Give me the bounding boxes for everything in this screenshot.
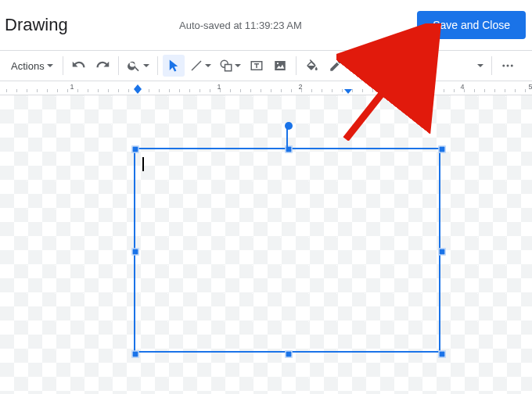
chevron-down-icon [235,64,241,67]
handle-sw[interactable] [132,351,139,358]
ruler-tick [67,89,68,92]
text-cursor [142,157,144,171]
page-title: Drawing [5,15,68,35]
textbox-icon [250,59,264,73]
line-icon [189,59,203,73]
ruler-tick [291,89,292,92]
ruler-tick [403,89,404,92]
paint-bucket-icon [305,59,319,73]
pencil-icon [329,59,343,73]
ruler-tick [281,89,282,92]
actions-label: Actions [11,60,45,72]
shape-tool[interactable] [216,55,244,77]
handle-s[interactable] [286,351,293,358]
border-weight-button[interactable] [348,55,370,77]
ruler-tick [362,89,363,92]
handle-se[interactable] [439,351,446,358]
ruler-tick [169,89,170,92]
zoom-menu[interactable] [124,55,153,77]
handle-e[interactable] [439,249,446,256]
ruler-tick [413,89,414,92]
selected-textbox[interactable] [134,148,440,353]
ruler-tick [27,89,27,92]
ruler-tick [240,89,241,92]
ruler-number: 3 [379,83,383,91]
ruler-tick [250,89,251,92]
separator [398,56,399,75]
drawing-canvas[interactable] [0,95,532,394]
ruler-tick [352,89,353,92]
handle-w[interactable] [132,249,139,256]
indent-marker-left[interactable] [134,89,142,94]
rotate-handle[interactable] [285,122,293,130]
ruler-tick [16,89,17,92]
fill-color-button[interactable] [301,55,323,77]
toolbar: Actions Arial [0,50,532,81]
ruler-tick [444,89,444,92]
line-dash-icon [376,59,390,73]
ruler-tick [271,89,271,92]
autosave-status: Auto-saved at 11:39:23 AM [64,20,417,31]
line-tool[interactable] [186,55,214,77]
ruler-tick [98,89,99,92]
line-weight-icon [352,59,366,73]
ruler-tick [189,89,190,92]
more-menu[interactable] [497,55,519,77]
image-tool[interactable] [269,55,291,77]
ruler-tick [342,89,343,92]
undo-button[interactable] [68,55,90,77]
ruler-tick [322,89,322,92]
ruler-tick [525,89,526,92]
handle-ne[interactable] [439,146,446,153]
select-tool[interactable] [163,55,185,77]
ruler-tick [47,89,48,92]
handle-nw[interactable] [132,146,139,153]
cursor-icon [167,59,181,73]
ruler-number: 5 [528,83,532,91]
border-color-button[interactable] [325,55,347,77]
ruler-tick [230,89,231,92]
chevron-down-icon [205,64,211,67]
ruler-number: 4 [460,83,464,91]
ruler-tick [128,89,129,92]
ruler-tick [179,89,180,92]
font-family-caret[interactable] [474,55,487,77]
separator [157,56,158,75]
ruler-number: 1 [70,83,74,91]
ruler-tick [332,89,332,92]
ruler-tick [88,89,88,92]
separator [118,56,119,75]
ruler-tick [474,89,475,92]
chevron-down-icon [143,64,149,67]
font-family-menu[interactable]: Arial [404,55,473,77]
ruler-tick [77,89,78,92]
ruler-tick [433,89,434,92]
svg-point-6 [502,65,505,67]
indent-marker-right[interactable] [344,89,352,94]
horizontal-ruler[interactable]: 112345 [0,81,532,95]
chevron-down-icon [47,64,53,67]
textbox-tool[interactable] [246,55,268,77]
ruler-tick [494,89,495,92]
more-horizontal-icon [501,59,515,73]
ruler-tick [57,89,58,92]
redo-button[interactable] [92,55,113,77]
svg-rect-1 [225,65,231,71]
chevron-down-icon [477,64,483,67]
svg-point-8 [510,65,512,67]
actions-menu[interactable]: Actions [5,55,58,77]
ruler-tick [454,89,455,92]
zoom-icon [127,59,141,73]
border-dash-button[interactable] [372,55,394,77]
save-and-close-button[interactable]: Save and Close [417,11,526,39]
save-and-close-label: Save and Close [433,19,510,31]
ruler-tick [484,89,485,92]
ruler-tick [372,89,373,92]
ruler-tick [108,89,109,92]
redo-icon [95,59,110,73]
shape-icon [219,59,233,73]
ruler-tick [118,89,119,92]
ruler-number: 2 [298,83,302,91]
image-icon [273,59,287,73]
ruler-tick [149,89,149,92]
